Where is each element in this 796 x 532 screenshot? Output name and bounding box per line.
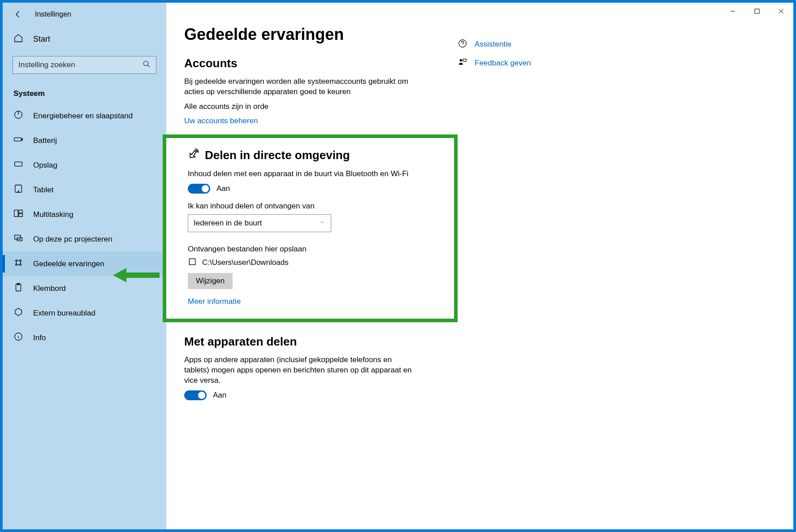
feedback-icon — [458, 57, 467, 69]
share-icon — [188, 148, 199, 163]
minimize-button[interactable] — [721, 3, 745, 20]
content: Gedeelde ervaringen Accounts Bij gedeeld… — [166, 3, 458, 529]
sidebar-item-shared-experiences[interactable]: Gedeelde ervaringen — [3, 251, 166, 276]
share-devices-desc: Apps op andere apparaten (inclusief geko… — [184, 355, 417, 386]
sidebar-item-label: Gedeelde ervaringen — [33, 260, 104, 268]
sidebar-item-tablet[interactable]: Tablet — [3, 177, 166, 202]
home-icon — [13, 33, 23, 45]
sidebar-item-remote-desktop[interactable]: Extern bureaublad — [3, 301, 166, 325]
svg-point-14 — [16, 264, 17, 266]
nearby-toggle-row: Aan — [188, 184, 436, 194]
svg-rect-8 — [19, 210, 22, 213]
more-info-link[interactable]: Meer informatie — [188, 297, 241, 306]
save-location-path: C:\Users\user\Downloads — [202, 258, 289, 267]
search-wrap — [3, 52, 166, 80]
nearby-toggle[interactable] — [188, 184, 210, 194]
category-label: Systeem — [3, 80, 166, 104]
sidebar-item-multitasking[interactable]: Multitasking — [3, 202, 166, 227]
tablet-icon — [13, 184, 23, 196]
svg-point-15 — [20, 264, 22, 266]
svg-rect-3 — [22, 138, 22, 140]
save-location-row: C:\Users\user\Downloads — [188, 257, 436, 268]
sidebar-item-label: Extern bureaublad — [33, 309, 95, 318]
help-icon — [458, 39, 467, 50]
main-area: Gedeelde ervaringen Accounts Bij gedeeld… — [166, 3, 793, 529]
help-link-text: Assistentie — [475, 40, 511, 49]
feedback-link-text: Feedback geven — [475, 59, 531, 68]
nearby-desc: Inhoud delen met een apparaat in de buur… — [188, 169, 412, 179]
help-links: Assistentie Feedback geven — [458, 3, 592, 529]
svg-point-22 — [460, 59, 463, 62]
sidebar-item-clipboard[interactable]: Klembord — [3, 276, 166, 301]
app-title: Instellingen — [35, 10, 71, 18]
titlebar-controls — [721, 3, 793, 20]
svg-point-12 — [16, 260, 17, 262]
settings-window: Instellingen Start Systeem Energiebeheer… — [3, 3, 793, 529]
svg-point-6 — [18, 191, 19, 192]
sidebar: Instellingen Start Systeem Energiebeheer… — [3, 3, 166, 529]
search-box[interactable] — [13, 56, 156, 74]
search-icon — [143, 60, 151, 70]
receive-from-dropdown[interactable]: Iedereen in de buurt — [188, 214, 331, 232]
svg-rect-19 — [755, 9, 759, 13]
sidebar-item-label: Tablet — [33, 186, 53, 195]
nearby-title-row: Delen in directe omgeving — [188, 148, 436, 163]
home-label: Start — [33, 35, 50, 44]
nearby-toggle-label: Aan — [216, 184, 230, 193]
sidebar-item-power[interactable]: Energiebeheer en slaapstand — [3, 104, 166, 128]
share-devices-toggle-row: Aan — [184, 390, 440, 400]
accounts-desc: Bij gedeelde ervaringen worden alle syst… — [184, 77, 408, 97]
battery-icon — [13, 134, 23, 147]
svg-point-13 — [20, 260, 22, 262]
clipboard-icon — [13, 282, 23, 294]
feedback-link[interactable]: Feedback geven — [458, 57, 574, 69]
storage-icon — [13, 159, 23, 171]
save-location-label: Ontvangen bestanden hier opslaan — [188, 245, 436, 254]
svg-rect-5 — [15, 185, 22, 193]
svg-rect-23 — [463, 59, 466, 62]
sidebar-item-project[interactable]: Op deze pc projecteren — [3, 227, 166, 251]
svg-rect-10 — [15, 235, 21, 239]
sidebar-item-label: Multitasking — [33, 210, 74, 219]
project-icon — [13, 233, 23, 245]
sidebar-home[interactable]: Start — [3, 27, 166, 52]
svg-point-0 — [143, 61, 148, 66]
svg-rect-20 — [189, 259, 195, 264]
accounts-status: Alle accounts zijn in orde — [184, 102, 408, 112]
power-icon — [13, 110, 23, 122]
share-devices-toggle[interactable] — [184, 390, 207, 400]
sidebar-item-label: Energiebeheer en slaapstand — [33, 112, 133, 121]
share-devices-title: Met apparaten delen — [184, 335, 440, 349]
svg-rect-9 — [19, 214, 22, 216]
multitask-icon — [13, 208, 23, 221]
accounts-title: Accounts — [184, 56, 440, 70]
sidebar-item-label: Klembord — [33, 284, 66, 293]
help-link[interactable]: Assistentie — [458, 39, 574, 50]
sidebar-item-storage[interactable]: Opslag — [3, 153, 166, 177]
back-icon[interactable] — [13, 10, 22, 19]
sidebar-item-label: Opslag — [33, 161, 57, 170]
manage-accounts-link[interactable]: Uw accounts beheren — [184, 117, 258, 125]
chevron-down-icon — [319, 219, 325, 228]
dropdown-value: Iedereen in de buurt — [194, 219, 262, 228]
sidebar-item-label: Info — [33, 333, 46, 342]
sidebar-header: Instellingen — [3, 5, 166, 27]
sidebar-item-battery[interactable]: Batterij — [3, 128, 166, 153]
change-button[interactable]: Wijzigen — [188, 273, 233, 289]
close-button[interactable] — [769, 3, 793, 20]
info-icon — [13, 332, 23, 344]
receive-from-label: Ik kan inhoud delen of ontvangen van — [188, 202, 436, 211]
page-title: Gedeelde ervaringen — [184, 25, 440, 44]
share-devices-toggle-label: Aan — [213, 391, 226, 400]
svg-rect-2 — [14, 138, 22, 141]
folder-icon — [188, 257, 197, 268]
svg-rect-7 — [14, 210, 18, 217]
maximize-button[interactable] — [745, 3, 769, 20]
svg-rect-4 — [15, 162, 22, 166]
sidebar-item-about[interactable]: Info — [3, 325, 166, 350]
nearby-title: Delen in directe omgeving — [205, 148, 350, 162]
sidebar-item-label: Batterij — [33, 136, 57, 145]
shared-icon — [13, 258, 23, 270]
search-input[interactable] — [18, 61, 143, 69]
nearby-sharing-highlight: Delen in directe omgeving Inhoud delen m… — [163, 134, 458, 322]
